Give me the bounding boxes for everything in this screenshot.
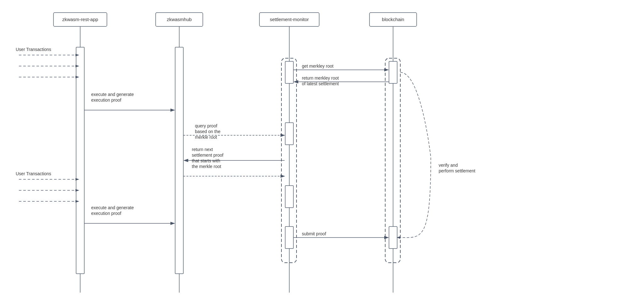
label-submit-proof: submit proof bbox=[302, 231, 326, 236]
user-tx-label-1: User Transactions bbox=[16, 47, 51, 52]
label-execute-proof-2: execute and generate bbox=[91, 205, 134, 210]
label-query-proof-c: merkle root bbox=[195, 135, 217, 140]
actor-label-zkwasm-rest-app: zkwasm-rest-app bbox=[62, 17, 98, 22]
activation-settlement-monitor-4 bbox=[285, 227, 293, 249]
label-return-merkley-root-1: return merkley root bbox=[302, 76, 339, 81]
activation-settlement-monitor-3 bbox=[285, 186, 293, 208]
activation-blockchain-2 bbox=[389, 227, 397, 249]
label-return-settlement-4: the merkle root bbox=[192, 164, 221, 169]
label-execute-proof-2b: execution proof bbox=[91, 211, 121, 216]
label-verify-settlement-2: perform settlement bbox=[439, 168, 475, 173]
activation-blockchain-1 bbox=[389, 61, 397, 83]
label-return-settlement-2: settlement proof bbox=[192, 153, 223, 158]
label-execute-proof-1b: execution proof bbox=[91, 98, 121, 103]
activation-settlement-monitor-1 bbox=[285, 61, 293, 83]
user-tx-label-2: User Transactions bbox=[16, 171, 51, 176]
label-execute-proof-1: execute and generate bbox=[91, 92, 134, 97]
label-query-proof: query proof bbox=[195, 123, 217, 128]
activation-zkwasmhub bbox=[175, 47, 183, 274]
sequence-diagram: zkwasm-rest-app zkwasmhub settlement-mon… bbox=[0, 0, 644, 308]
diagram-container: zkwasm-rest-app zkwasmhub settlement-mon… bbox=[0, 0, 644, 308]
label-query-proof-b: based on the bbox=[195, 129, 220, 134]
actor-label-zkwasmhub: zkwasmhub bbox=[167, 17, 192, 22]
label-return-merkley-root-2: of latest settlement bbox=[302, 81, 339, 86]
actor-label-settlement-monitor: settlement-monitor bbox=[270, 17, 309, 22]
blockchain-loop-arrow bbox=[400, 72, 431, 238]
activation-zkwasm-rest-app bbox=[76, 47, 84, 274]
label-return-settlement-3: that starts with bbox=[192, 158, 220, 163]
label-get-merkley-root: get merkley root bbox=[302, 64, 333, 69]
label-return-settlement-1: return next bbox=[192, 147, 213, 152]
actor-label-blockchain: blockchain bbox=[382, 17, 404, 22]
label-verify-settlement-1: verify and bbox=[439, 163, 458, 168]
activation-settlement-monitor-2 bbox=[285, 123, 293, 145]
